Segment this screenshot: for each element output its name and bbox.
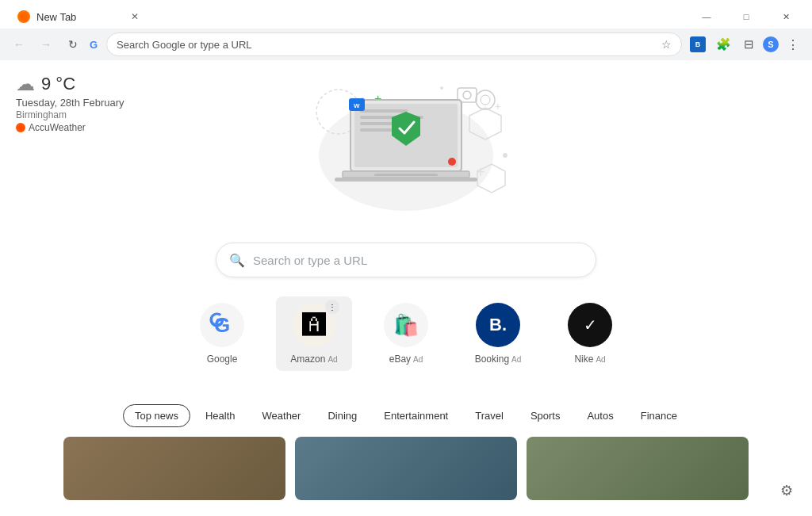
toolbar-actions: B 🧩 ⊟ S ⋮ bbox=[687, 33, 804, 55]
hero-illustration-area: + + + + bbox=[0, 60, 812, 227]
minimize-button[interactable]: — bbox=[688, 5, 725, 29]
search-icon: 🔍 bbox=[229, 253, 245, 268]
gear-icon: ⚙ bbox=[780, 482, 793, 499]
shortcut-booking[interactable]: B. Booking Ad bbox=[460, 296, 536, 371]
search-bar[interactable]: 🔍 Search or type a URL bbox=[216, 243, 596, 277]
refresh-button[interactable]: ↻ bbox=[62, 33, 84, 55]
back-button[interactable]: ← bbox=[8, 33, 30, 55]
svg-rect-15 bbox=[360, 109, 408, 113]
security-illustration: + + + + bbox=[295, 68, 517, 227]
google-shortcut-icon: G bbox=[200, 303, 244, 347]
menu-icon[interactable]: ⋮ bbox=[782, 33, 804, 55]
nike-ad-badge: Ad bbox=[596, 355, 605, 364]
browser-chrome: New Tab ✕ — □ ✕ ← → ↻ G Search Googl bbox=[0, 0, 812, 60]
extensions-icon[interactable]: 🧩 bbox=[712, 33, 734, 55]
shortcut-nike[interactable]: ✓ Nike Ad bbox=[552, 296, 628, 371]
address-bar[interactable]: Search Google or type a URL ☆ bbox=[106, 32, 682, 56]
title-bar: New Tab ✕ — □ ✕ bbox=[0, 0, 812, 29]
svg-point-7 bbox=[481, 95, 490, 105]
amazon-shortcut-icon: ⋮ 🅰 bbox=[292, 303, 336, 347]
news-thumbnail-2[interactable] bbox=[295, 437, 517, 500]
amazon-more-options[interactable]: ⋮ bbox=[325, 300, 339, 314]
google-label: Google bbox=[207, 354, 238, 365]
svg-text:G: G bbox=[214, 313, 230, 337]
tab-autos[interactable]: Autos bbox=[575, 404, 625, 427]
svg-rect-25 bbox=[374, 174, 438, 176]
ebay-ad-badge: Ad bbox=[413, 355, 423, 364]
shortcuts-container: G Google ⋮ 🅰 Amazon Ad 🛍️ eBa bbox=[0, 296, 812, 371]
shortcut-amazon[interactable]: ⋮ 🅰 Amazon Ad bbox=[276, 296, 352, 371]
tab-finance[interactable]: Finance bbox=[629, 404, 689, 427]
window-controls: — □ ✕ bbox=[688, 5, 804, 29]
tab-top-news[interactable]: Top news bbox=[123, 404, 190, 427]
amazon-label: Amazon bbox=[290, 354, 325, 365]
news-thumbnail-3[interactable] bbox=[527, 437, 749, 500]
amazon-ad-badge: Ad bbox=[327, 355, 337, 364]
svg-rect-24 bbox=[335, 178, 477, 182]
browser-toolbar: ← → ↻ G Search Google or type a URL ☆ B … bbox=[0, 29, 812, 60]
search-placeholder-text: Search or type a URL bbox=[253, 254, 367, 267]
ebay-label: eBay bbox=[389, 354, 411, 365]
booking-label: Booking bbox=[475, 354, 509, 365]
ebay-shortcut-icon: 🛍️ bbox=[384, 303, 428, 347]
tab-entertainment[interactable]: Entertainment bbox=[372, 404, 460, 427]
svg-point-19 bbox=[448, 158, 456, 166]
svg-text:W: W bbox=[354, 102, 360, 109]
svg-point-6 bbox=[476, 90, 495, 109]
news-thumbnail-1[interactable] bbox=[63, 437, 285, 500]
forward-button[interactable]: → bbox=[35, 33, 57, 55]
tab-health[interactable]: Health bbox=[193, 404, 247, 427]
svg-text:G: G bbox=[90, 39, 98, 51]
new-tab-page: ☁ 9 °C Tuesday, 28th February Birmingham… bbox=[0, 60, 812, 516]
tab-close-button[interactable]: ✕ bbox=[128, 10, 141, 23]
laptop-svg: W bbox=[335, 92, 477, 203]
nike-shortcut-icon: ✓ bbox=[568, 303, 612, 347]
nike-label: Nike bbox=[574, 354, 593, 365]
shortcut-google[interactable]: G Google bbox=[184, 296, 260, 371]
address-text: Search Google or type a URL bbox=[117, 39, 252, 51]
tab-weather[interactable]: Weather bbox=[251, 404, 313, 427]
google-logo-icon: G bbox=[89, 38, 102, 51]
browser-tab[interactable]: New Tab ✕ bbox=[8, 5, 151, 29]
close-button[interactable]: ✕ bbox=[768, 5, 804, 29]
tab-favicon bbox=[17, 10, 30, 23]
svg-point-11 bbox=[440, 86, 443, 90]
maximize-button[interactable]: □ bbox=[728, 5, 764, 29]
bitwarden-icon[interactable]: B bbox=[687, 33, 709, 55]
tab-sports[interactable]: Sports bbox=[519, 404, 573, 427]
svg-point-12 bbox=[503, 153, 508, 158]
booking-ad-badge: Ad bbox=[511, 355, 521, 364]
shortcut-ebay[interactable]: 🛍️ eBay Ad bbox=[368, 296, 444, 371]
tab-dining[interactable]: Dining bbox=[316, 404, 369, 427]
bookmark-icon[interactable]: ☆ bbox=[661, 38, 672, 51]
profile-icon[interactable]: S bbox=[763, 36, 779, 52]
tab-travel[interactable]: Travel bbox=[463, 404, 515, 427]
booking-shortcut-icon: B. bbox=[476, 303, 520, 347]
tab-title: New Tab bbox=[36, 11, 76, 23]
sidebar-toggle-icon[interactable]: ⊟ bbox=[737, 33, 760, 55]
search-container: 🔍 Search or type a URL bbox=[0, 243, 812, 277]
settings-button[interactable]: ⚙ bbox=[774, 478, 799, 503]
news-thumbnails bbox=[0, 437, 812, 500]
news-tabs: Top news Health Weather Dining Entertain… bbox=[0, 395, 812, 437]
